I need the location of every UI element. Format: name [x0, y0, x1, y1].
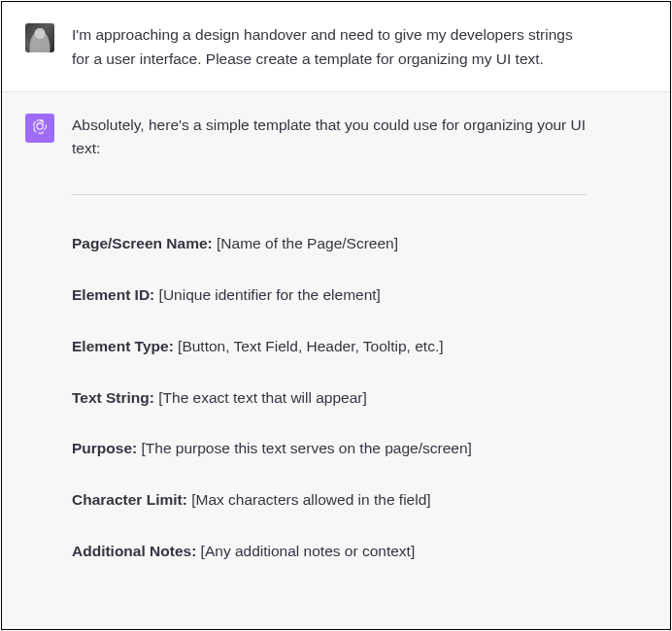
- field-value: [Max characters allowed in the field]: [187, 491, 431, 508]
- field-label: Additional Notes:: [72, 543, 196, 559]
- field-value: [Button, Text Field, Header, Tooltip, et…: [174, 338, 444, 354]
- field-label: Text String:: [72, 389, 154, 406]
- openai-logo-icon: [31, 117, 49, 139]
- field-value: [The purpose this text serves on the pag…: [137, 440, 472, 456]
- field-label: Page/Screen Name:: [72, 235, 213, 251]
- template-field: Page/Screen Name: [Name of the Page/Scre…: [72, 232, 587, 256]
- assistant-message: Absolutely, here's a simple template tha…: [2, 91, 670, 629]
- field-value: [The exact text that will appear]: [154, 389, 367, 406]
- assistant-avatar: [25, 114, 54, 143]
- template-field: Purpose: [The purpose this text serves o…: [72, 437, 587, 461]
- user-message-text: I'm approaching a design handover and ne…: [72, 23, 587, 72]
- field-value: [Unique identifier for the element]: [154, 286, 381, 303]
- svg-point-0: [37, 122, 43, 128]
- template-field: Additional Notes: [Any additional notes …: [72, 540, 587, 564]
- user-avatar: [25, 23, 54, 52]
- assistant-intro-text: Absolutely, here's a simple template tha…: [72, 114, 587, 162]
- field-label: Purpose:: [72, 440, 137, 456]
- template-field: Element Type: [Button, Text Field, Heade…: [72, 335, 587, 359]
- template-field: Character Limit: [Max characters allowed…: [72, 488, 587, 513]
- template-field: Text String: [The exact text that will a…: [72, 386, 587, 411]
- assistant-content: Absolutely, here's a simple template tha…: [72, 114, 587, 610]
- chat-frame: I'm approaching a design handover and ne…: [1, 1, 671, 630]
- template-field: Element ID: [Unique identifier for the e…: [72, 283, 587, 308]
- field-value: [Name of the Page/Screen]: [213, 235, 398, 251]
- divider: [72, 194, 587, 195]
- field-label: Element Type:: [72, 338, 174, 354]
- user-message: I'm approaching a design handover and ne…: [2, 2, 670, 91]
- field-label: Character Limit:: [72, 491, 187, 508]
- field-label: Element ID:: [72, 286, 154, 303]
- field-value: [Any additional notes or context]: [196, 543, 415, 559]
